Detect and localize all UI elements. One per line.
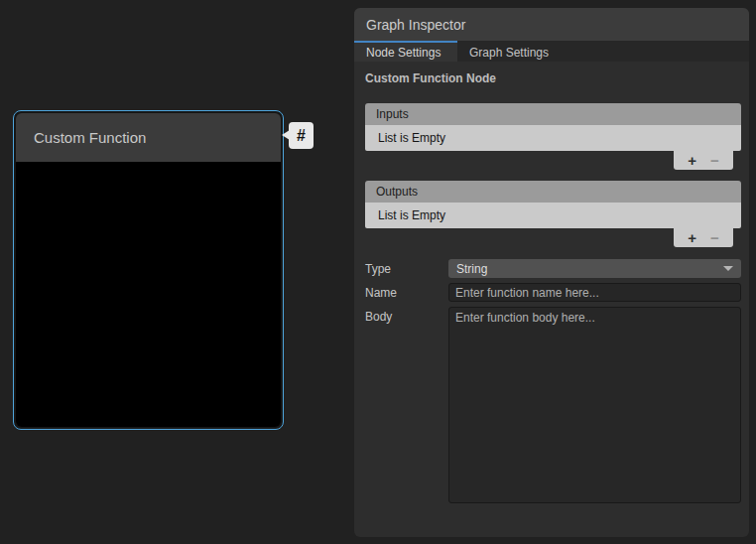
function-form: Type String Name Body [365,259,741,506]
outputs-list-title: Outputs [376,185,418,199]
outputs-empty-label: List is Empty [378,208,445,222]
panel-title-bar[interactable]: Graph Inspector [354,8,749,41]
body-label: Body [365,307,448,506]
outputs-list: Outputs List is Empty + − [365,181,741,249]
type-dropdown[interactable]: String [448,259,741,278]
body-row: Body [365,307,741,506]
hash-badge-icon[interactable]: # [289,122,314,149]
tab-node-settings[interactable]: Node Settings [354,41,457,62]
node-header[interactable]: Custom Function [16,113,281,162]
inputs-empty-label: List is Empty [378,131,445,145]
inspector-tab-bar: Node Settings Graph Settings [354,41,749,62]
name-row: Name [365,283,741,302]
chevron-down-icon [723,266,733,271]
function-body-textarea[interactable] [448,307,741,503]
inputs-list-footer: + − [365,151,741,172]
outputs-list-footer: + − [365,228,741,249]
inputs-remove-button[interactable]: − [710,153,719,168]
panel-title: Graph Inspector [366,17,465,33]
type-row: Type String [365,259,741,278]
outputs-list-header: Outputs [365,181,741,203]
tab-node-settings-label: Node Settings [366,46,441,60]
inputs-empty-row: List is Empty [365,125,741,151]
node-title: Custom Function [34,129,146,146]
inputs-list-title: Inputs [376,107,409,121]
outputs-empty-row: List is Empty [365,203,741,228]
tab-graph-settings[interactable]: Graph Settings [457,41,561,62]
inputs-add-button[interactable]: + [688,153,696,168]
node-settings-content: Custom Function Node Inputs List is Empt… [354,62,749,537]
graph-inspector-panel: Graph Inspector Node Settings Graph Sett… [354,8,749,537]
node-settings-heading: Custom Function Node [365,71,741,85]
name-label: Name [365,283,448,302]
tab-graph-settings-label: Graph Settings [469,46,549,60]
outputs-remove-button[interactable]: − [710,230,719,245]
inputs-list: Inputs List is Empty + − [365,103,741,172]
custom-function-node[interactable]: Custom Function [13,110,284,430]
hash-badge-label: # [297,127,306,145]
node-container: Custom Function [16,113,281,427]
type-label: Type [365,259,448,278]
badge-tail [282,130,290,140]
outputs-list-buttons: + − [674,228,733,247]
inputs-list-header: Inputs [365,103,741,125]
node-preview-body [16,162,281,427]
type-dropdown-value: String [456,262,487,276]
function-name-input[interactable] [448,283,741,302]
inputs-list-buttons: + − [674,151,733,170]
outputs-add-button[interactable]: + [688,230,696,245]
